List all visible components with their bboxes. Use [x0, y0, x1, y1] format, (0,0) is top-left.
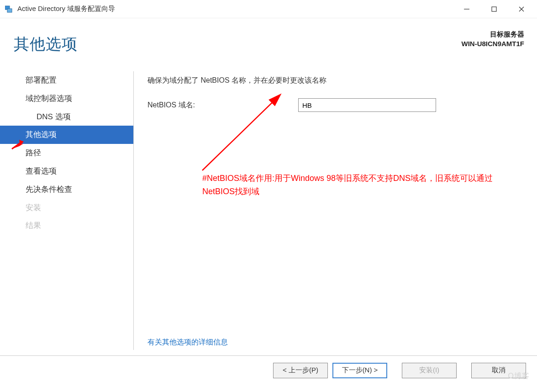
window-controls — [453, 0, 535, 18]
sidebar-item-4[interactable]: 路径 — [0, 144, 133, 162]
page-title: 其他选项 — [14, 34, 78, 55]
sidebar-item-2[interactable]: DNS 选项 — [0, 108, 133, 126]
sidebar-item-3[interactable]: 其他选项 — [0, 126, 133, 144]
sidebar-item-6[interactable]: 先决条件检查 — [0, 180, 133, 199]
target-server-name: WIN-U8ICN9AMT1F — [462, 39, 525, 48]
button-bar: < 上一步(P) 下一步(N) > 安装(I) 取消 — [0, 355, 537, 385]
install-button[interactable]: 安装(I) — [402, 363, 457, 378]
maximize-button[interactable] — [480, 0, 508, 18]
previous-button[interactable]: < 上一步(P) — [273, 363, 328, 378]
titlebar: Active Directory 域服务配置向导 — [0, 0, 537, 18]
netbios-input[interactable] — [298, 98, 436, 112]
netbios-row: NetBIOS 域名: — [147, 98, 523, 112]
next-button[interactable]: 下一步(N) > — [332, 363, 387, 378]
sidebar-item-1[interactable]: 域控制器选项 — [0, 90, 133, 108]
annotation-text: #NetBIOS域名作用:用于Windows 98等旧系统不支持DNS域名，旧系… — [202, 172, 513, 198]
app-icon — [5, 5, 14, 14]
more-info-link[interactable]: 有关其他选项的详细信息 — [147, 338, 228, 347]
header: 其他选项 目标服务器 WIN-U8ICN9AMT1F — [0, 18, 537, 63]
body: 部署配置域控制器选项DNS 选项其他选项路径查看选项先决条件检查安装结果 确保为… — [0, 63, 537, 355]
svg-rect-3 — [492, 7, 496, 11]
sidebar-item-8: 结果 — [0, 217, 133, 235]
svg-rect-1 — [7, 9, 12, 12]
minimize-button[interactable] — [453, 0, 480, 18]
close-button[interactable] — [508, 0, 535, 18]
svg-line-5 — [519, 7, 524, 11]
svg-line-4 — [519, 7, 524, 11]
target-server-label: 目标服务器 — [462, 29, 525, 39]
netbios-label: NetBIOS 域名: — [147, 101, 298, 110]
window-title: Active Directory 域服务配置向导 — [17, 5, 453, 13]
sidebar-item-5[interactable]: 查看选项 — [0, 162, 133, 180]
main-panel: 确保为域分配了 NetBIOS 名称，并在必要时更改该名称 NetBIOS 域名… — [134, 63, 537, 355]
watermark: O博客 — [508, 371, 530, 381]
target-server-box: 目标服务器 WIN-U8ICN9AMT1F — [462, 29, 525, 48]
sidebar-item-7: 安装 — [0, 199, 133, 217]
sidebar: 部署配置域控制器选项DNS 选项其他选项路径查看选项先决条件检查安装结果 — [0, 63, 133, 355]
instruction-text: 确保为域分配了 NetBIOS 名称，并在必要时更改该名称 — [147, 76, 523, 85]
sidebar-item-0[interactable]: 部署配置 — [0, 71, 133, 90]
